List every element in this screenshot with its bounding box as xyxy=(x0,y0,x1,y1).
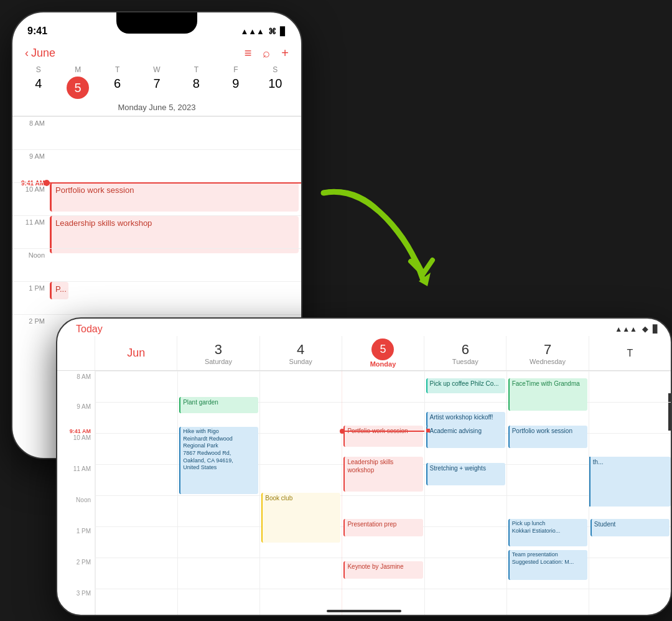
event-artist-workshop-label: Artist workshop kickoff! xyxy=(430,414,493,421)
event-pickup-lunch-label: Pick up lunchKokkari Estiatorio... xyxy=(512,520,561,534)
time-dot-tue xyxy=(426,429,430,432)
event-student[interactable]: Student xyxy=(590,519,670,536)
notch xyxy=(116,12,197,34)
event-presentation-mon[interactable]: Presentation prep xyxy=(343,519,422,536)
day-col-4[interactable]: 4 Sunday xyxy=(259,336,342,370)
date-7[interactable]: 7 xyxy=(137,77,176,99)
event-portfolio-wed[interactable]: Portfolio work session xyxy=(508,426,587,448)
event-stretching[interactable]: Stretching + weights xyxy=(426,463,505,485)
phone-landscape: Today ▲▲▲ ◆ ▊ Jun 3 Saturday 4 Sunday xyxy=(56,317,672,616)
event-pickup-coffee-label: Pick up coffee Philz Co... xyxy=(430,380,499,387)
status-icons: ▲▲▲ ⌘ ▊ xyxy=(240,27,286,36)
home-indicator xyxy=(327,610,401,612)
landscape-battery-icon: ▊ xyxy=(653,325,658,334)
calendar-nav: ‹ June ≡ ⌕ + xyxy=(12,42,301,65)
day-col-5-today[interactable]: 5 Monday xyxy=(342,336,424,370)
event-stretching-label: Stretching + weights xyxy=(430,465,486,472)
event-portfolio-label: Portfolio work session xyxy=(55,185,134,195)
date-4[interactable]: 4 xyxy=(19,77,58,99)
time-row-10am: 10 AM Portfolio work session xyxy=(12,182,301,215)
day-body-sat: Plant garden Hike with RigoReinhardt Red… xyxy=(177,371,259,615)
event-artist-workshop[interactable]: Artist workshop kickoff! xyxy=(426,412,505,427)
week-body: 8 AM 9 AM 9:41 AM 10 AM 11 AM Noon 1 PM … xyxy=(57,371,671,615)
day-col-7[interactable]: 7 Wednesday xyxy=(506,336,588,370)
nav-icons: ≡ ⌕ + xyxy=(245,46,289,60)
event-plant-garden[interactable]: Plant garden xyxy=(179,397,258,413)
event-facetime-label: FaceTime with Grandma xyxy=(512,380,580,387)
time-gutter-header xyxy=(57,336,95,370)
week-dates: 4 5 6 7 8 9 10 xyxy=(12,77,301,99)
event-leadership-label: Leadership skills workshop xyxy=(55,218,152,228)
event-team-presentation-label: Team presentationSuggested Location: M..… xyxy=(512,551,574,565)
day-body-jun xyxy=(95,371,177,615)
time-label-noon: Noon xyxy=(12,249,49,259)
search-icon[interactable]: ⌕ xyxy=(263,46,270,60)
date-9[interactable]: 9 xyxy=(216,77,255,99)
back-button[interactable]: ‹ June xyxy=(25,47,55,60)
date-10[interactable]: 10 xyxy=(256,77,295,99)
event-hike[interactable]: Hike with RigoReinhardt Redwood Regional… xyxy=(179,427,258,494)
day-name-sun: Sunday xyxy=(289,358,312,365)
selected-date-label: Monday June 5, 2023 xyxy=(12,103,301,116)
list-icon[interactable]: ≡ xyxy=(245,46,252,60)
landscape-status-icons: ▲▲▲ ◆ ▊ xyxy=(615,325,658,334)
landscape-wifi-icon: ◆ xyxy=(642,325,648,334)
day-num-4: 4 xyxy=(297,342,304,358)
event-p-cut[interactable]: P... xyxy=(50,282,68,299)
day-num-t: T xyxy=(627,348,633,359)
event-leadership-mon[interactable]: Leadership skillsworkshop xyxy=(343,457,422,492)
time-row-noon: Noon xyxy=(12,248,301,281)
event-team-presentation[interactable]: Team presentationSuggested Location: M..… xyxy=(508,550,587,580)
event-facetime[interactable]: FaceTime with Grandma xyxy=(508,378,587,411)
day-body-mon: Portfolio work session Leadership skills… xyxy=(342,371,424,615)
event-thu-thin[interactable]: th... xyxy=(589,457,671,507)
date-8[interactable]: 8 xyxy=(177,77,216,99)
event-student-label: Student xyxy=(594,521,615,528)
event-thu-thin-label: th... xyxy=(593,459,604,465)
day-columns-body: Plant garden Hike with RigoReinhardt Red… xyxy=(95,371,671,615)
date-5[interactable]: 5 xyxy=(58,77,97,99)
event-portfolio[interactable]: Portfolio work session xyxy=(50,183,299,212)
week-view: Jun 3 Saturday 4 Sunday 5 Monday 6 Tuesd… xyxy=(57,336,671,615)
time-row-11am: 11 AM Leadership skills workshop xyxy=(12,215,301,248)
event-academic-advising-label: Academic advising xyxy=(430,427,482,434)
week-days-header: S M T W T F S xyxy=(12,65,301,74)
time-label-3pm-l: 3 PM xyxy=(57,590,95,597)
day-col-3[interactable]: 3 Saturday xyxy=(177,336,259,370)
time-row-8am: 8 AM xyxy=(12,116,301,149)
time-label-2pm-l: 2 PM xyxy=(57,559,95,566)
arrow-container xyxy=(305,174,467,324)
today-button[interactable]: Today xyxy=(70,324,109,335)
day-col-6[interactable]: 6 Tuesday xyxy=(424,336,506,370)
day-name-wed: Wednesday xyxy=(530,358,566,365)
event-bookclub[interactable]: Book club xyxy=(261,493,340,543)
time-label-10am-l: 10 AM xyxy=(57,434,95,441)
week-columns-header: Jun 3 Saturday 4 Sunday 5 Monday 6 Tuesd… xyxy=(57,336,671,371)
signal-icon: ▲▲▲ xyxy=(240,27,264,36)
time-label-9am-l: 9 AM xyxy=(57,403,95,410)
event-keynote-mon[interactable]: Keynote by Jasmine xyxy=(343,561,422,579)
time-label-9am: 9 AM xyxy=(12,150,49,160)
date-6[interactable]: 6 xyxy=(98,77,137,99)
event-pickup-lunch[interactable]: Pick up lunchKokkari Estiatorio... xyxy=(508,519,587,546)
time-label-11am: 11 AM xyxy=(12,216,49,226)
wifi-icon: ⌘ xyxy=(268,27,276,36)
event-portfolio-mon[interactable]: Portfolio work session xyxy=(343,426,422,447)
day-col-t[interactable]: T xyxy=(589,336,671,370)
current-time-line-landscape xyxy=(342,431,424,432)
day-name-mon: Monday xyxy=(370,360,396,368)
time-label-noon-l: Noon xyxy=(57,497,95,503)
add-icon[interactable]: + xyxy=(281,46,289,60)
event-pickup-coffee[interactable]: Pick up coffee Philz Co... xyxy=(426,378,505,393)
day-body-thu: th... Student xyxy=(589,371,671,615)
time-label-10am: 10 AM xyxy=(12,183,49,193)
day-num-3: 3 xyxy=(215,342,222,358)
day-num-6: 6 xyxy=(462,342,469,358)
current-time-line xyxy=(49,182,301,184)
event-academic-advising[interactable]: Academic advising xyxy=(426,426,505,448)
time-label-2pm: 2 PM xyxy=(12,315,49,325)
event-leadership[interactable]: Leadership skills workshop xyxy=(50,216,299,253)
time-row-1pm: 1 PM P... xyxy=(12,281,301,314)
time-label-1pm-l: 1 PM xyxy=(57,528,95,535)
event-hike-label: Hike with RigoReinhardt Redwood Regional… xyxy=(183,428,233,470)
